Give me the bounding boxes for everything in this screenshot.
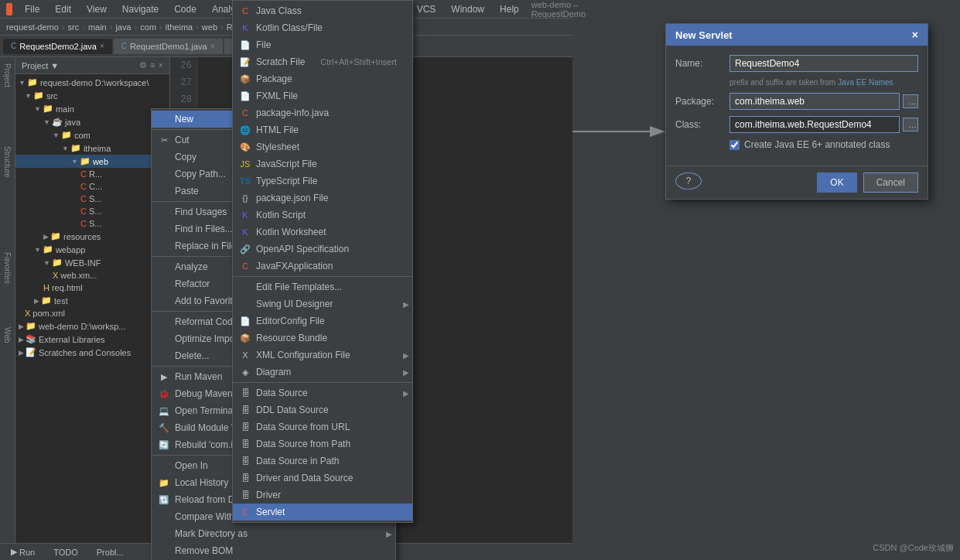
new-html-file[interactable]: 🌐 HTML File: [233, 121, 412, 138]
menu-window[interactable]: Window: [448, 2, 487, 16]
tree-request-demo[interactable]: ▼ 📁 request-demo D:\workspace\: [15, 76, 169, 89]
new-ts-file[interactable]: TS TypeScript File: [233, 172, 412, 190]
dialog-checkbox[interactable]: [729, 140, 740, 150]
build-module-icon: 🔨: [158, 423, 170, 433]
new-diagram[interactable]: ◈ Diagram ▶: [233, 364, 412, 381]
tree-webapp[interactable]: ▼ 📁 webapp: [15, 243, 169, 256]
context-menu-mark-dir[interactable]: Mark Directory as ▶: [152, 525, 395, 542]
new-fxml[interactable]: 📄 FXML File: [233, 87, 412, 104]
new-edit-templates[interactable]: Edit File Templates...: [233, 278, 412, 295]
tree-pomxml[interactable]: X pom.xml: [15, 307, 169, 319]
tab-close-0[interactable]: ×: [100, 42, 104, 50]
menu-navigate[interactable]: Navigate: [119, 2, 162, 16]
tree-file-s1[interactable]: C S...: [15, 193, 169, 205]
menu-code[interactable]: Code: [171, 2, 200, 16]
dialog-close-button[interactable]: ×: [912, 29, 918, 41]
new-editorconfig[interactable]: 📄 EditorConfig File: [233, 312, 412, 330]
breadcrumb-web[interactable]: web: [202, 22, 217, 32]
menu-view[interactable]: View: [84, 2, 110, 16]
dialog-help-button[interactable]: ?: [675, 172, 702, 190]
tree-file-s2[interactable]: C S...: [15, 205, 169, 217]
menu-file[interactable]: File: [22, 2, 43, 16]
tree-src[interactable]: ▼ 📁 src: [15, 89, 169, 102]
breadcrumb-java[interactable]: java: [115, 22, 131, 32]
todo-tab[interactable]: TODO: [49, 546, 83, 558]
new-data-source[interactable]: 🗄 Data Source ▶: [233, 384, 412, 401]
new-file[interactable]: 📄 File: [233, 36, 412, 53]
dialog-ok-button[interactable]: OK: [817, 172, 856, 193]
menu-edit[interactable]: Edit: [52, 2, 74, 16]
app-icon[interactable]: [6, 3, 12, 15]
new-xml-config[interactable]: X XML Configuration File ▶: [233, 347, 412, 364]
new-package-info[interactable]: C package-info.java: [233, 104, 412, 121]
dialog-package-input[interactable]: [729, 93, 900, 110]
tab-requestdemo1[interactable]: C RequestDemo1.java ×: [114, 39, 223, 54]
new-driver[interactable]: 🗄 Driver: [233, 487, 412, 504]
tree-web[interactable]: ▼ 📁 web: [15, 155, 169, 168]
java-class-icon: C: [239, 6, 251, 15]
tree-file-r[interactable]: C R...: [15, 168, 169, 180]
expand-icon[interactable]: ≡: [150, 60, 155, 70]
tree-webinf[interactable]: ▼ 📁 WEB-INF: [15, 256, 169, 269]
tree-resources[interactable]: ▶ 📁 resources: [15, 230, 169, 243]
tree-external-libs[interactable]: ▶ 📚 External Libraries: [15, 333, 169, 346]
breadcrumb-itheima[interactable]: itheima: [166, 22, 193, 32]
dialog-class-browse[interactable]: …: [903, 118, 918, 131]
breadcrumb-request-demo[interactable]: request-demo: [6, 22, 59, 32]
new-servlet[interactable]: C Servlet: [233, 504, 412, 521]
tree-web-demo[interactable]: ▶ 📁 web-demo D:\worksp...: [15, 319, 169, 333]
new-kotlin-script[interactable]: K Kotlin Script: [233, 207, 412, 224]
new-package[interactable]: 📦 Package: [233, 70, 412, 87]
new-scratch-file[interactable]: 📝 Scratch File Ctrl+Alt+Shift+Insert: [233, 53, 412, 70]
tree-com[interactable]: ▼ 📁 com: [15, 128, 169, 142]
gear-icon[interactable]: ⚙: [139, 60, 147, 70]
project-icon[interactable]: Project: [2, 60, 13, 90]
tab-requestdemo2[interactable]: C RequestDemo2.java ×: [3, 39, 112, 54]
tree-test[interactable]: ▶ 📁 test: [15, 294, 169, 307]
new-driver-data-source[interactable]: 🗄 Driver and Data Source: [233, 470, 412, 487]
close-panel-icon[interactable]: ×: [159, 60, 163, 70]
new-package-json[interactable]: {} package.json File: [233, 190, 412, 207]
tree-java[interactable]: ▼ ☕ java: [15, 115, 169, 128]
tree-main[interactable]: ▼ 📁 main: [15, 102, 169, 115]
new-resource-bundle[interactable]: 📦 Resource Bundle: [233, 330, 412, 347]
breadcrumb-com[interactable]: com: [140, 22, 156, 32]
ts-icon: TS: [239, 176, 251, 186]
new-sep-1: [233, 276, 412, 277]
new-stylesheet[interactable]: 🎨 Stylesheet: [233, 138, 412, 155]
menu-help[interactable]: Help: [497, 2, 522, 16]
dialog-class-input[interactable]: [729, 116, 900, 133]
new-kotlin-worksheet[interactable]: K Kotlin Worksheet: [233, 224, 412, 241]
new-ddl-data-source[interactable]: 🗄 DDL Data Source: [233, 401, 412, 418]
problems-tab[interactable]: Probl...: [92, 546, 128, 558]
tree-itheima[interactable]: ▼ 📁 itheima: [15, 142, 169, 155]
dialog-cancel-button[interactable]: Cancel: [863, 172, 918, 193]
dialog-hint-link[interactable]: Java EE Names: [838, 78, 893, 87]
structure-icon[interactable]: Structure: [2, 143, 13, 181]
web-icon[interactable]: Web: [2, 324, 13, 346]
new-js-file[interactable]: JS JavaScript File: [233, 155, 412, 172]
favorites-icon[interactable]: Favorites: [2, 249, 13, 287]
new-data-source-in-path[interactable]: 🗄 Data Source in Path: [233, 452, 412, 470]
dialog-package-browse[interactable]: …: [903, 94, 918, 108]
tree-file-c[interactable]: C C...: [15, 180, 169, 193]
run-tab[interactable]: ▶ Run: [6, 545, 39, 558]
context-menu-remove-bom[interactable]: Remove BOM: [152, 542, 395, 559]
breadcrumb-src[interactable]: src: [68, 22, 80, 32]
new-data-source-from-url[interactable]: 🗄 Data Source from URL: [233, 418, 412, 435]
new-javafx[interactable]: C JavaFXApplication: [233, 258, 412, 275]
menu-vcs[interactable]: VCS: [414, 2, 439, 16]
dialog-name-input[interactable]: [729, 55, 918, 72]
new-java-class[interactable]: C Java Class: [233, 2, 412, 19]
tree-file-s3[interactable]: C S...: [15, 217, 169, 230]
new-data-source-from-path[interactable]: 🗄 Data Source from Path: [233, 435, 412, 452]
breadcrumb-main[interactable]: main: [88, 22, 107, 32]
new-openapi[interactable]: 🔗 OpenAPI Specification: [233, 241, 412, 258]
tree-scratches[interactable]: ▶ 📝 Scratches and Consoles: [15, 346, 169, 359]
tree-webxml[interactable]: X web.xm...: [15, 269, 169, 282]
new-swing-ui[interactable]: Swing UI Designer ▶: [233, 295, 412, 312]
new-kotlin-class[interactable]: K Kotlin Class/File: [233, 19, 412, 36]
tab-close-1[interactable]: ×: [210, 42, 215, 50]
tree-reqhtml[interactable]: H req.html: [15, 282, 169, 294]
cut-icon: ✂: [158, 135, 170, 145]
